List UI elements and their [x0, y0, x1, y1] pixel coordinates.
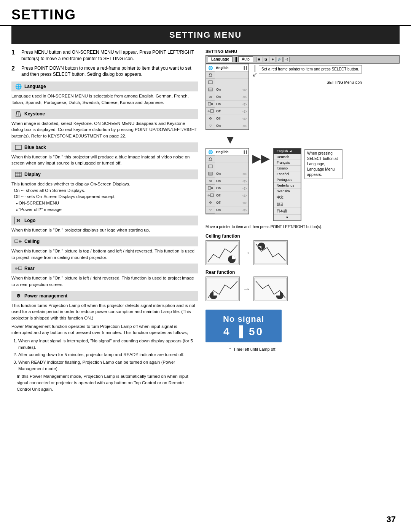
right-column: SETTING MENU Language ▐ Auto ▣ ◪ ◈ 🔊 ◁ [206, 49, 400, 395]
feature-powermgmt-body: This function turns Projection Lamp off … [11, 302, 198, 393]
rear-function: Rear function → [206, 270, 400, 301]
panel-sidebar: 🌐 30 [206, 64, 215, 129]
lang-item-francais: Français [274, 160, 301, 166]
lang-panel-content: English ▐▐ On ◁▷ On ◁▷ [215, 149, 249, 214]
feature-display: Display This function decides whether to… [11, 169, 198, 212]
panel-row-k [215, 72, 249, 79]
ceiling-before-image [206, 240, 240, 265]
svg-rect-33 [210, 194, 213, 197]
language-panel-area: 🌐 30 [206, 148, 400, 221]
lang-panel-icon-k [206, 156, 215, 163]
display-bullet-2: "Power off?" message [16, 206, 198, 213]
feature-display-body: This function decides whether to display… [11, 181, 198, 212]
rear-after-svg [254, 277, 287, 301]
toolbar-separator: ▐ [234, 57, 237, 61]
svg-point-21 [208, 110, 210, 112]
feature-ceiling-body: When this function is "On," picture is t… [11, 248, 198, 260]
svg-marker-24 [209, 158, 212, 161]
lang-panel-row-9: On ◁▷ [215, 206, 249, 214]
setting-menu-icon-label: SETTING Menu icon [252, 80, 362, 85]
panel-row-d4: Off ◁▷ [215, 108, 249, 115]
feature-ceiling-label: Ceiling [24, 239, 40, 244]
lang-item-korean: 한글 [274, 201, 301, 208]
ceiling-icon [14, 238, 22, 245]
lang-panel-icon-ceiling [206, 185, 215, 192]
lang-panel-row-3 [215, 163, 249, 170]
feature-rear: Rear When this function is "On," picture… [11, 264, 198, 288]
move-callout: Move a pointer to item and then press PO… [206, 224, 400, 230]
svg-rect-25 [209, 165, 212, 168]
feature-language-label: Language [24, 84, 46, 89]
ceiling-function-title: Ceiling function [206, 233, 400, 239]
svg-rect-26 [209, 172, 212, 175]
toolbar-icon-tabs: ▣ ◪ ◈ 🔊 ◁ [256, 57, 290, 62]
setting-menu-right-label: SETTING MENU [206, 49, 400, 54]
ceiling-before-svg [206, 241, 239, 265]
ceiling-demo-arrow: → [243, 248, 250, 257]
blueback-icon [14, 144, 22, 151]
svg-point-20 [211, 103, 213, 105]
down-arrow-area: ▼ [225, 134, 400, 145]
lang-panel-icon-rear [206, 192, 215, 199]
lang-panel-row-8: Off ◁▷ [215, 199, 249, 206]
lang-panel-icon-logo: 30 [206, 177, 215, 185]
time-label-area: ↑ Time left until Lamp off. [228, 346, 277, 353]
lang-item-italiano: Italiano [274, 166, 301, 171]
lang-panel-row-5: On ◁▷ [215, 177, 249, 185]
step-1: 1 Press MENU button and ON-SCREEN MENU w… [11, 49, 198, 62]
svg-marker-14 [209, 73, 212, 77]
lang-item-deutsch: Deutsch [274, 154, 301, 160]
toolbar-icon-2: ◪ [263, 57, 269, 62]
svg-rect-13 [19, 267, 22, 270]
powermgmt-list-1: When any input signal is interrupted, "N… [18, 338, 198, 350]
svg-rect-23 [210, 110, 213, 112]
display-line-3: Off ···· sets On-Screen Displays disappe… [11, 194, 116, 199]
feature-language-body: Language used in ON-SCREEN MENU is selec… [11, 93, 198, 105]
panel-row-d2: On ◁▷ [215, 93, 249, 101]
big-panel: 🌐 30 [206, 64, 249, 130]
svg-rect-2 [15, 145, 21, 150]
feature-keystone-header: Keystone [11, 109, 198, 119]
language-big-panel: 🌐 30 [206, 148, 249, 214]
left-column: 1 Press MENU button and ON-SCREEN MENU w… [11, 49, 198, 395]
powermgmt-para-3: In this Power Management mode, Projectio… [11, 373, 198, 392]
lang-panel-row-6: On ◁▷ [215, 185, 249, 192]
lang-panel-row-4: On ◁▷ [215, 170, 249, 177]
feature-keystone: Keystone When image is distorted, select… [11, 109, 198, 139]
main-panel-area: 🌐 30 [206, 64, 400, 132]
panel-icon-language: 🌐 [206, 64, 215, 72]
lang-panel-icon-d [206, 170, 215, 177]
callout-text-1: Set a red frame pointer to item and pres… [259, 65, 362, 73]
feature-logo: 30 Logo When this function is "On," proj… [11, 216, 198, 233]
language-list-panel: English ◄ Deutsch Français Italiano Espa… [273, 148, 301, 221]
down-arrow-icon: ▼ [225, 134, 236, 145]
toolbar-icon-1: ▣ [256, 57, 262, 62]
step-2: 2 Press POINT DOWN button to move a red-… [11, 65, 198, 78]
panel-row-d1: On ◁▷ [215, 86, 249, 93]
powermgmt-list-3: When READY indicator flashing, Projectio… [18, 359, 198, 372]
feature-language: 🌐 Language Language used in ON-SCREEN ME… [11, 81, 198, 105]
svg-point-30 [211, 187, 213, 189]
ceiling-demo-images: → [206, 240, 400, 265]
feature-logo-header: 30 Logo [11, 216, 198, 225]
lang-panel-icon-extra: ▽ [206, 206, 215, 214]
rear-function-title: Rear function [206, 270, 400, 275]
rear-before-image [206, 276, 240, 301]
svg-marker-10 [21, 241, 21, 242]
panel-row-d6: On ◁▷ [215, 122, 249, 129]
feature-blueback-label: Blue back [24, 145, 46, 150]
lang-item-portugues: Portugues [274, 177, 301, 183]
section-title: SETTING MENU [11, 26, 400, 44]
step-1-num: 1 [11, 48, 18, 62]
lang-item-nederlands: Nederlands [274, 183, 301, 189]
powermgmt-list: When any input signal is interrupted, "N… [11, 338, 198, 372]
main-content: 1 Press MENU button and ON-SCREEN MENU w… [0, 49, 411, 395]
feature-rear-label: Rear [24, 266, 35, 271]
step-2-text: Press POINT DOWN button to move a red-fr… [21, 65, 198, 78]
svg-marker-22 [209, 110, 210, 112]
panel-row-language: English ▐▐ [215, 64, 249, 72]
panel-row-d3: On ◁▷ [215, 101, 249, 108]
ceiling-after-image [253, 240, 288, 265]
feature-powermgmt-header: ⚙ Power management [11, 291, 198, 301]
svg-marker-12 [17, 268, 18, 269]
